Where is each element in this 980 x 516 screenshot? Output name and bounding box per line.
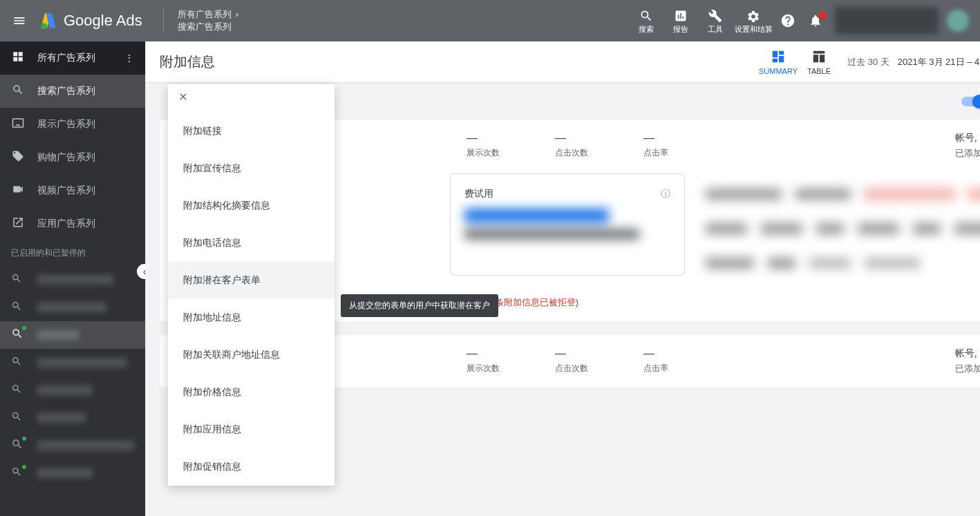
main-menu-button[interactable]: [6, 7, 33, 35]
search-icon: [11, 84, 25, 99]
tools-tool[interactable]: 工具: [698, 8, 733, 35]
structured-snippet-extension-option[interactable]: 附加结构化摘要信息: [168, 187, 334, 224]
breadcrumb[interactable]: 所有广告系列 › 搜索广告系列: [163, 8, 238, 33]
grid-icon: [11, 50, 25, 66]
search-icon: [11, 356, 25, 370]
campaign-item[interactable]: [0, 376, 145, 404]
top-app-bar: Google Ads 所有广告系列 › 搜索广告系列 搜索 报告 工具 设置和结…: [0, 0, 980, 41]
dashboard-icon: [771, 49, 786, 67]
gear-icon: [746, 8, 760, 25]
all-campaigns-item[interactable]: 所有广告系列 ⋮: [0, 41, 145, 75]
campaign-item[interactable]: [0, 404, 145, 432]
shopping-icon: [11, 150, 25, 166]
show-preview-toggle[interactable]: [961, 97, 980, 106]
ctr-stat: — 点击率: [643, 132, 668, 160]
reports-tool[interactable]: 报告: [663, 8, 698, 35]
svg-point-2: [41, 23, 48, 30]
clicks-stat: — 点击次数: [555, 132, 588, 160]
search-icon: [11, 273, 25, 287]
campaign-item[interactable]: [0, 321, 145, 349]
main-header: 附加信息 SUMMARY TABLE 过去 30 天 202: [146, 41, 980, 83]
campaign-item[interactable]: [0, 266, 145, 294]
bar-chart-icon: [674, 8, 688, 24]
page-title: 附加信息: [160, 52, 215, 71]
ctr-stat: — 点击率: [643, 347, 668, 375]
account-selector[interactable]: [835, 7, 939, 35]
logo-text: Google Ads: [64, 12, 142, 30]
search-icon: [11, 300, 25, 314]
clicks-stat: — 点击次数: [555, 347, 588, 375]
search-icon: [11, 438, 25, 453]
promotion-extension-option[interactable]: 附加促销信息: [168, 448, 334, 486]
display-icon: [11, 117, 25, 133]
search-icon: [11, 466, 25, 480]
location-extension-option[interactable]: 附加地址信息: [168, 299, 334, 336]
close-icon: [178, 91, 189, 102]
notifications-button[interactable]: [802, 7, 829, 35]
affiliate-location-extension-option[interactable]: 附加关联商户地址信息: [168, 336, 334, 374]
video-campaigns-item[interactable]: 视频广告系列: [0, 174, 145, 207]
extension-notice: 信息 (5 条附加信息已被拒登): [464, 296, 980, 321]
display-campaigns-item[interactable]: 展示广告系列: [0, 108, 145, 141]
lead-form-extension-option[interactable]: 附加潜在客户表单: [168, 262, 334, 299]
impressions-stat: — 展示次数: [467, 347, 500, 375]
account-campaigns-text: 帐号, 17 个广告系列: [955, 347, 980, 360]
ad-preview-box: 费试用 ⓘ: [450, 173, 685, 276]
table-view-button[interactable]: TABLE: [807, 49, 831, 75]
search-icon: [11, 411, 25, 425]
search-icon: [639, 8, 653, 24]
info-icon[interactable]: ⓘ: [661, 188, 670, 200]
sitelink-extension-option[interactable]: 附加链接: [168, 113, 334, 150]
tooltip: 从提交您的表单的用户中获取潜在客户: [341, 294, 498, 317]
main-content: 附加信息 SUMMARY TABLE 过去 30 天 202: [146, 41, 980, 516]
view-switch: SUMMARY TABLE: [759, 49, 831, 75]
impressions-stat: — 展示次数: [467, 132, 500, 160]
campaigns-sidebar: 所有广告系列 ⋮ 搜索广告系列 展示广告系列 购物广告系列 视: [0, 41, 145, 516]
close-button[interactable]: [168, 84, 334, 113]
extension-type-menu: 附加链接 附加宣传信息 附加结构化摘要信息 附加电话信息 附加潜在客户表单 附加…: [168, 84, 334, 486]
video-icon: [11, 183, 25, 199]
logo[interactable]: Google Ads: [39, 11, 142, 30]
app-extension-option[interactable]: 附加应用信息: [168, 411, 334, 448]
shopping-campaigns-item[interactable]: 购物广告系列: [0, 141, 145, 174]
chevron-right-icon: ›: [236, 8, 238, 21]
breadcrumb-top: 所有广告系列: [178, 8, 232, 21]
campaign-item[interactable]: [0, 294, 145, 321]
google-ads-logo-icon: [39, 11, 58, 30]
added-to-text: 已添加到: [955, 147, 980, 160]
table-icon: [811, 49, 827, 67]
summary-view-button[interactable]: SUMMARY: [759, 49, 798, 75]
user-avatar[interactable]: [947, 10, 969, 32]
app-campaigns-item[interactable]: 应用广告系列: [0, 207, 145, 240]
call-extension-option[interactable]: 附加电话信息: [168, 224, 334, 262]
campaign-item[interactable]: [0, 459, 145, 487]
search-icon: [11, 327, 25, 343]
notification-badge: [818, 11, 827, 19]
help-icon: [780, 13, 795, 28]
app-icon: [11, 216, 25, 232]
settings-tool[interactable]: 设置和结算: [733, 8, 774, 33]
account-campaigns-text: 帐号, 20 个广告系列: [955, 132, 980, 144]
breadcrumb-sub: 搜索广告系列: [178, 21, 238, 33]
date-range-picker[interactable]: 过去 30 天 2021年 3月 21日 – 4月 19日 ▾ ‹ ›: [847, 56, 980, 68]
more-icon[interactable]: ⋮: [124, 52, 134, 64]
search-icon: [11, 383, 25, 397]
search-tool[interactable]: 搜索: [629, 8, 663, 35]
ad-preview-content: [685, 168, 980, 289]
enabled-paused-label: 已启用的和已暂停的: [0, 240, 145, 266]
callout-extension-option[interactable]: 附加宣传信息: [168, 150, 334, 187]
price-extension-option[interactable]: 附加价格信息: [168, 374, 334, 411]
added-to-text: 已添加到: [955, 363, 980, 375]
campaign-item[interactable]: [0, 432, 145, 459]
help-button[interactable]: [774, 7, 802, 35]
search-campaigns-item[interactable]: 搜索广告系列: [0, 75, 145, 108]
rejected-text: (5 条附加信息已被拒登): [484, 297, 579, 307]
wrench-icon: [708, 8, 722, 24]
campaign-item[interactable]: [0, 349, 145, 376]
